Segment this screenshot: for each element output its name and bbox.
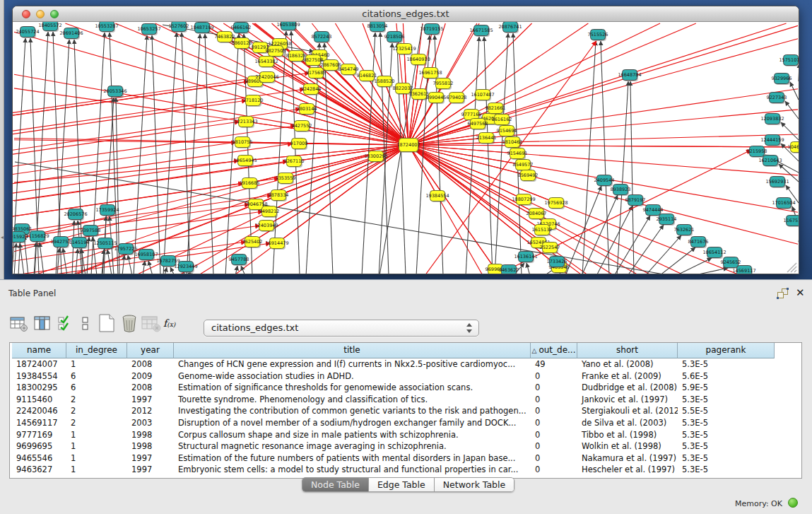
column-header-out_de[interactable]: △out_de... (531, 343, 577, 358)
table-cell[interactable]: 2012 (127, 405, 174, 417)
graph-node[interactable]: 12325419 (392, 44, 416, 56)
table-cell[interactable]: 9465546 (12, 452, 66, 465)
graph-node[interactable]: 12093832 (760, 114, 784, 126)
table-row[interactable]: 946554611997Estimation of the future num… (10, 452, 801, 465)
table-row[interactable]: 911546021997Tourette syndrome. Phenomeno… (10, 394, 801, 406)
network-window[interactable]: citations_edges.txt 18724007989606322420… (12, 6, 799, 274)
graph-node[interactable]: 10719155 (420, 24, 443, 36)
graph-node[interactable]: 7515526 (588, 30, 608, 42)
table-row[interactable]: 1872400712008Changes of HCN gene express… (10, 358, 801, 370)
graph-node[interactable]: 2084067 (526, 209, 547, 221)
graph-node[interactable]: 8813054 (367, 22, 388, 33)
graph-node[interactable]: 9218506 (384, 32, 405, 44)
table-cell[interactable]: Tibbo et al. (1998) (577, 429, 678, 441)
table-select-dropdown[interactable]: citations_edges.txt (204, 320, 479, 337)
table-cell[interactable]: 5.6E-5 (678, 370, 775, 382)
delete-column-icon[interactable] (120, 313, 139, 333)
table-cell[interactable]: 5.3E-5 (678, 358, 775, 370)
column-header-pagerank[interactable]: pagerank (678, 343, 775, 358)
table-cell[interactable]: 19384554 (12, 370, 66, 382)
table-cell[interactable]: 1 (66, 464, 127, 476)
table-cell[interactable]: 0 (531, 405, 577, 417)
zoom-traffic-light-icon[interactable] (50, 10, 59, 18)
column-header-title[interactable]: title (174, 343, 531, 358)
delete-table-icon[interactable] (141, 315, 161, 335)
graph-node[interactable]: 20691406 (59, 28, 83, 40)
table-cell[interactable]: 9777169 (12, 429, 66, 441)
graph-node[interactable]: 16543382 (254, 57, 278, 69)
graph-node[interactable]: 6879197 (625, 195, 646, 207)
network-window-titlebar[interactable]: citations_edges.txt (13, 6, 799, 22)
table-row[interactable]: 1456911722003Disruption of a novel membe… (10, 417, 801, 429)
table-cell[interactable]: 18724007 (12, 358, 66, 370)
table-cell[interactable]: 5.5E-5 (678, 405, 775, 417)
graph-node[interactable]: 10654112 (702, 247, 726, 259)
tab-network-table[interactable]: Network Table (435, 478, 514, 491)
graph-node[interactable]: 16958107 (134, 250, 158, 262)
graph-node[interactable]: 9175685 (306, 68, 326, 80)
tab-node-table[interactable]: Node Table (302, 478, 369, 491)
graph-node[interactable]: 1916685 (240, 178, 260, 190)
graph-node[interactable]: 20053346 (103, 86, 126, 98)
table-cell[interactable]: 0 (531, 464, 577, 476)
table-cell[interactable]: 9115460 (12, 394, 66, 406)
graph-node[interactable]: 9397588 (81, 226, 101, 238)
graph-node[interactable]: 8990445 (426, 93, 447, 105)
table-cell[interactable]: 2 (66, 394, 127, 406)
table-cell[interactable]: 1997 (127, 452, 174, 465)
table-cell[interactable]: Dudbridge et al. (2008) (577, 382, 678, 394)
graph-node[interactable]: 917008 (290, 139, 308, 151)
table-row[interactable]: 2242004622012Investigating the contribut… (10, 405, 801, 417)
network-canvas[interactable]: 1872400798960632242004627181201221334318… (13, 22, 799, 274)
table-row[interactable]: 969969511998Structural magnetic resonanc… (10, 440, 801, 452)
graph-node[interactable]: 8572243 (312, 32, 332, 44)
graph-node[interactable]: 9827505 (266, 46, 286, 58)
table-cell[interactable]: 1997 (127, 464, 174, 476)
row-height-icon[interactable] (81, 315, 90, 335)
table-cell[interactable]: Embryonic stem cells: a model to study s… (174, 464, 531, 476)
table-cell[interactable]: 2009 (127, 370, 174, 382)
graph-node[interactable]: 16107487 (471, 90, 494, 102)
graph-node[interactable]: 16914479 (265, 238, 288, 250)
table-cell[interactable]: Genome-wide association studies in ADHD. (174, 370, 531, 382)
table-cell[interactable]: 5.3E-5 (678, 417, 775, 429)
graph-node[interactable]: 24055724 (16, 27, 39, 39)
graph-node[interactable]: 1615132 (532, 225, 553, 237)
table-row[interactable]: 946362711997Embryonic stem cells: a mode… (10, 464, 801, 476)
select-utilities-icon[interactable] (58, 315, 73, 335)
function-builder-icon[interactable]: f(x) (163, 316, 175, 336)
graph-node[interactable]: 2718120 (243, 95, 264, 107)
table-cell[interactable]: 2003 (127, 417, 174, 429)
graph-node[interactable]: 18405572 (38, 22, 61, 32)
minimize-traffic-light-icon[interactable] (36, 10, 45, 18)
table-cell[interactable]: 6 (66, 370, 127, 382)
table-cell[interactable]: Nakamura et al. (1997) (577, 452, 678, 465)
table-cell[interactable]: 2 (66, 417, 127, 429)
table-cell[interactable]: 2008 (127, 382, 174, 394)
table-cell[interactable]: 1 (66, 358, 127, 370)
table-cell[interactable]: Estimation of significance thresholds fo… (174, 382, 531, 394)
table-cell[interactable]: 0 (531, 394, 577, 406)
node-table[interactable]: namein_degreeyeartitle△out_de...shortpag… (9, 342, 802, 479)
table-cell[interactable]: 0 (531, 417, 577, 429)
graph-node[interactable]: 7632621 (674, 225, 695, 237)
table-cell[interactable]: 5.3E-5 (678, 464, 775, 476)
graph-node[interactable]: 19654945 (233, 156, 257, 168)
table-cell[interactable]: 9699695 (12, 440, 66, 452)
table-cell[interactable]: 18300295 (12, 382, 66, 394)
close-traffic-light-icon[interactable] (22, 10, 30, 18)
table-row[interactable]: 1830029562008Estimation of significance … (10, 382, 801, 394)
graph-node[interactable]: 20876741 (498, 22, 522, 33)
graph-node[interactable]: 8454749 (339, 64, 359, 76)
graph-node[interactable]: 8267110 (284, 156, 305, 168)
table-cell[interactable]: 1 (66, 429, 127, 441)
graph-node[interactable]: 12444159 (760, 135, 784, 147)
panel-collapse-handle[interactable]: ◂ (0, 233, 4, 242)
graph-node[interactable]: 1942757 (51, 237, 71, 249)
table-cell[interactable]: de Silva et al. (2003) (577, 417, 678, 429)
grid-settings-icon[interactable] (10, 315, 28, 335)
table-cell[interactable]: 5.3E-5 (678, 440, 775, 452)
float-window-icon[interactable] (777, 288, 789, 299)
graph-node[interactable]: 2136441 (476, 133, 497, 145)
table-cell[interactable]: Stergiakouli et al. (2012) (577, 405, 678, 417)
